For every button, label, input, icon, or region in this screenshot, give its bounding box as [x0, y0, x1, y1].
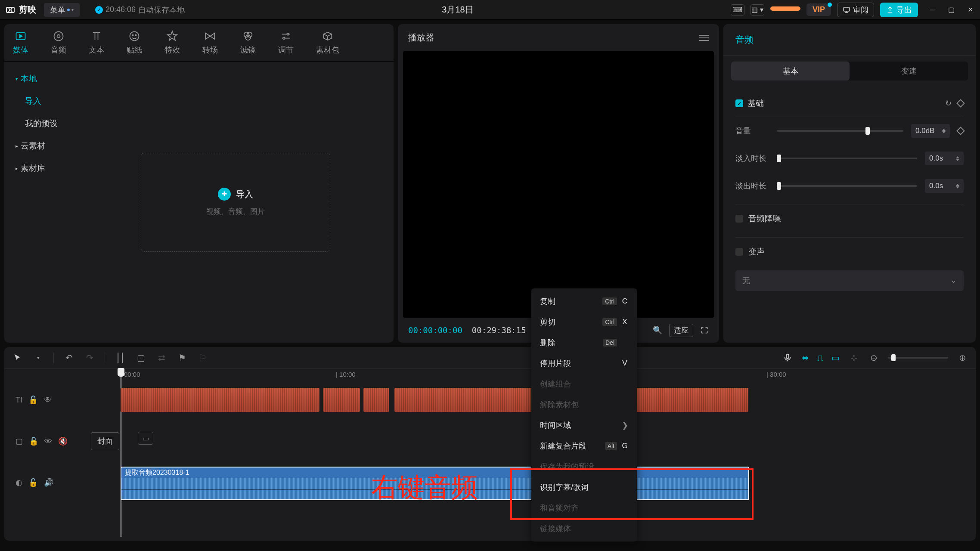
- fit-button[interactable]: 适应: [669, 324, 693, 337]
- checkbox-unchecked-icon[interactable]: [735, 248, 743, 256]
- mute-icon[interactable]: 🔇: [58, 436, 68, 446]
- sidebar-item-local[interactable]: ▾本地: [4, 68, 78, 90]
- text-clip[interactable]: [121, 388, 319, 412]
- spin-up-icon[interactable]: [956, 184, 959, 186]
- video-track-label: ▢ 🔓 👁 🔇 封面: [4, 421, 121, 462]
- tab-sticker[interactable]: 贴纸: [127, 30, 142, 55]
- spin-down-icon[interactable]: [942, 131, 946, 133]
- fullscreen-icon[interactable]: [700, 326, 709, 334]
- add-video-button[interactable]: ▭: [138, 432, 153, 445]
- keyboard-icon[interactable]: ⌨: [731, 4, 744, 15]
- flag-off-icon[interactable]: ⚐: [197, 352, 208, 363]
- sidebar-item-presets[interactable]: 我的预设: [4, 112, 78, 135]
- reset-icon[interactable]: ↻: [945, 99, 952, 108]
- keyframe-diamond-icon[interactable]: [956, 127, 965, 135]
- upload-icon: [886, 6, 894, 14]
- layout-icon[interactable]: ▥ ▾: [751, 4, 764, 15]
- spin-down-icon[interactable]: [956, 159, 959, 161]
- menu-time-region[interactable]: 时间区域❯: [531, 415, 637, 436]
- fadein-value-input[interactable]: 0.0s: [925, 152, 964, 165]
- undo-icon[interactable]: ↶: [63, 352, 74, 363]
- text-track-label: TI 🔓 👁: [4, 379, 121, 421]
- split-icon[interactable]: ⎮⎮: [115, 352, 126, 363]
- fadeout-slider[interactable]: [777, 185, 917, 187]
- import-dropzone[interactable]: + 导入 视频、音频、图片: [141, 153, 330, 252]
- pointer-tool-icon[interactable]: [12, 352, 23, 363]
- sidebar-item-library[interactable]: ▸素材库: [4, 157, 78, 180]
- menu-new-compound[interactable]: 新建复合片段AltG: [531, 436, 637, 456]
- tab-filter[interactable]: 滤镜: [240, 30, 256, 55]
- redo-icon[interactable]: ↷: [84, 352, 95, 363]
- player-controls-right: 🔍 适应: [653, 324, 709, 337]
- audio-track-label: ◐ 🔓 🔊: [4, 462, 121, 503]
- volume-slider[interactable]: [777, 130, 903, 132]
- lock-icon[interactable]: 🔓: [29, 436, 38, 446]
- lock-icon[interactable]: 🔓: [28, 395, 38, 405]
- voice-change-row[interactable]: 变声: [735, 237, 964, 266]
- menu-cut[interactable]: 剪切CtrlX: [531, 312, 637, 332]
- player-menu-button[interactable]: [699, 35, 709, 41]
- tab-basic[interactable]: 基本: [731, 62, 850, 80]
- align-icon[interactable]: ⊹: [848, 352, 859, 363]
- close-button[interactable]: ✕: [965, 5, 975, 15]
- voice-change-select[interactable]: 无 ⌄: [735, 270, 964, 291]
- spin-up-icon[interactable]: [956, 156, 959, 158]
- keyframe-diamond-icon[interactable]: [956, 99, 965, 108]
- spin-up-icon[interactable]: [942, 129, 946, 131]
- eye-icon[interactable]: 👁: [44, 396, 52, 405]
- svg-point-9: [247, 32, 252, 37]
- tab-media[interactable]: 媒体: [13, 30, 28, 55]
- crop-icon[interactable]: ▢: [135, 352, 146, 363]
- volume-value-input[interactable]: 0.0dB: [911, 124, 950, 138]
- tab-speed[interactable]: 变速: [850, 62, 968, 80]
- zoom-icon[interactable]: 🔍: [653, 325, 662, 335]
- playhead-handle-icon[interactable]: [118, 368, 124, 377]
- tab-audio[interactable]: 音频: [51, 30, 66, 55]
- text-clip[interactable]: [363, 388, 389, 412]
- link-icon[interactable]: ⬌: [802, 353, 809, 363]
- minimize-button[interactable]: ─: [927, 5, 937, 15]
- video-preview[interactable]: [403, 51, 714, 318]
- tab-adjust[interactable]: 调节: [278, 30, 294, 55]
- review-button[interactable]: 审阅: [837, 3, 874, 17]
- denoise-row[interactable]: 音频降噪: [735, 204, 964, 233]
- maximize-button[interactable]: ▢: [946, 5, 956, 15]
- menu-button[interactable]: 菜单 ▾: [44, 3, 80, 17]
- mic-icon[interactable]: [782, 352, 793, 363]
- chevron-down-icon[interactable]: ▾: [33, 352, 44, 363]
- magnet-icon[interactable]: ⎍: [818, 353, 823, 363]
- fadein-slider[interactable]: [777, 158, 917, 159]
- menu-disable[interactable]: 停用片段V: [531, 353, 637, 374]
- snap-icon[interactable]: ▭: [831, 353, 840, 363]
- zoom-slider[interactable]: [888, 357, 948, 359]
- sidebar-item-import[interactable]: 导入: [4, 90, 78, 112]
- spin-down-icon[interactable]: [956, 186, 959, 189]
- tab-text[interactable]: 文本: [89, 30, 104, 55]
- cover-button[interactable]: 封面: [91, 432, 119, 450]
- zoom-out-icon[interactable]: ⊖: [868, 352, 879, 363]
- tab-transition[interactable]: 转场: [202, 30, 218, 55]
- menu-copy[interactable]: 复制CtrlC: [531, 291, 637, 312]
- eye-icon[interactable]: 👁: [44, 437, 52, 446]
- sidebar-item-cloud[interactable]: ▸云素材: [4, 135, 78, 157]
- menu-label: 复制: [540, 296, 555, 306]
- export-button[interactable]: 导出: [880, 3, 918, 17]
- tab-effect[interactable]: 特效: [164, 30, 180, 55]
- reverse-icon[interactable]: ⇄: [156, 352, 167, 363]
- checkbox-unchecked-icon[interactable]: [735, 215, 743, 223]
- text-clip[interactable]: [323, 388, 360, 412]
- checkbox-checked-icon[interactable]: ✓: [735, 99, 743, 107]
- video-track-icon: ▢: [16, 436, 23, 446]
- import-button[interactable]: + 导入: [218, 188, 253, 201]
- flag-icon[interactable]: ⚑: [177, 352, 188, 363]
- tab-material-pack[interactable]: 素材包: [316, 30, 339, 55]
- vip-button[interactable]: VIP: [806, 3, 831, 16]
- speaker-icon[interactable]: 🔊: [44, 478, 53, 487]
- text-clip[interactable]: [636, 388, 748, 412]
- zoom-in-icon[interactable]: ⊕: [957, 352, 968, 363]
- basic-checkbox-row[interactable]: ✓ 基础: [735, 98, 764, 109]
- monitor-icon: [843, 6, 850, 14]
- menu-delete[interactable]: 删除Del: [531, 332, 637, 353]
- fadeout-value-input[interactable]: 0.0s: [925, 179, 964, 193]
- lock-icon[interactable]: 🔓: [28, 478, 38, 487]
